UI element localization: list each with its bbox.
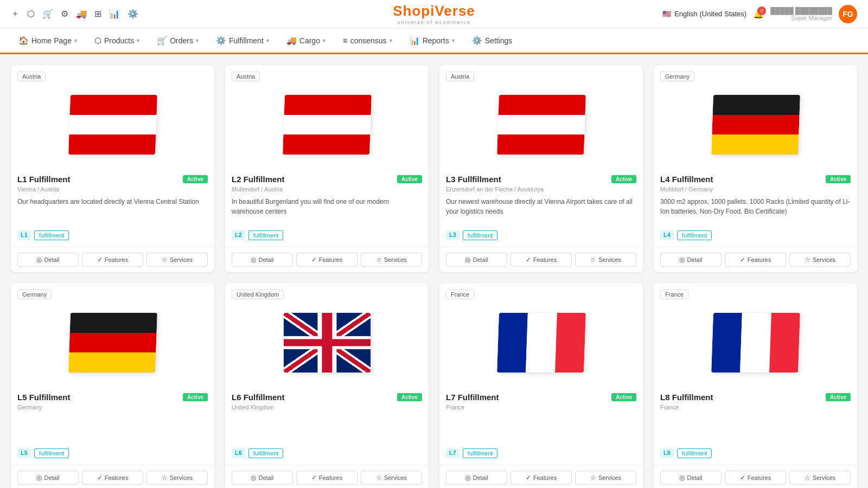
products-icon: ⬡ [94,36,101,46]
nav-home[interactable]: 🏠 Home Page ▾ [11,31,85,50]
chart-icon[interactable]: 📊 [109,9,120,19]
nav-reports-label: Reports [423,36,449,45]
card-description: In beautiful Burgenland you will find on… [232,197,422,225]
btn-label: Services [170,256,193,263]
btn-features[interactable]: ✓ Features [725,471,786,485]
card-description: 3000 m2 approx, 1000 pallets, 1000 Racks… [660,197,851,225]
features-icon: ✓ [740,474,745,481]
features-icon: ✓ [526,474,531,481]
nav-cargo[interactable]: 🚚 Cargo ▾ [279,31,333,50]
main-nav: 🏠 Home Page ▾ ⬡ Products ▾ 🛒 Orders ▾ ⚙️… [0,28,868,54]
nav-settings[interactable]: ⚙️ Settings [464,31,520,50]
btn-services[interactable]: ☆ Services [789,253,851,267]
btn-detail[interactable]: ◎ Detail [232,253,293,267]
card-title-row: L3 Fullfillment Active [446,175,636,184]
tag-level: L7 [446,448,459,458]
nav-reports[interactable]: 📊 Reports ▾ [402,31,462,50]
card-title: L7 Fulfillment [446,393,499,402]
btn-services[interactable]: ☆ Services [575,471,636,485]
add-icon[interactable]: ＋ [11,8,20,20]
btn-detail[interactable]: ◎ Detail [660,471,722,485]
services-icon: ☆ [162,474,168,481]
card-location: Vienna / Austria [17,186,208,192]
main-content: Austria L1 Fulfillment Active Vienna / A… [0,54,868,488]
btn-label: Features [319,474,342,481]
btn-label: Detail [44,256,59,263]
user-name: █████ ████████ [770,7,832,15]
btn-features[interactable]: ✓ Features [510,471,572,485]
avatar[interactable]: FG [839,5,857,23]
btn-label: Features [319,256,342,263]
btn-features[interactable]: ✓ Features [82,471,143,485]
btn-features[interactable]: ✓ Features [82,253,143,267]
btn-detail[interactable]: ◎ Detail [446,471,507,485]
features-icon: ✓ [311,474,317,481]
btn-detail[interactable]: ◎ Detail [232,471,293,485]
fulfillment-card: France L7 Fulfillment Active France L7fu… [439,283,643,488]
btn-detail[interactable]: ◎ Detail [17,471,79,485]
nav-products[interactable]: ⬡ Products ▾ [87,31,147,50]
card-title: L4 Fulfillment [660,175,713,184]
flag-display [439,81,643,168]
nav-orders[interactable]: 🛒 Orders ▾ [149,31,206,50]
btn-features[interactable]: ✓ Features [725,253,786,267]
card-body: L8 Fulfillment Active France L8fulfillme… [654,386,857,465]
grid-icon[interactable]: ⊞ [94,9,101,19]
reports-icon: 📊 [410,36,420,46]
chevron-down-icon: ▾ [323,37,326,43]
btn-detail[interactable]: ◎ Detail [17,253,79,267]
btn-features[interactable]: ✓ Features [510,253,572,267]
card-actions: ◎ Detail ✓ Features ☆ Services [654,465,857,488]
card-body: L7 Fulfillment Active France L7fulfillme… [439,386,643,465]
card-actions: ◎ Detail ✓ Features ☆ Services [11,465,214,488]
chevron-down-icon: ▾ [390,37,392,43]
btn-services[interactable]: ☆ Services [789,471,851,485]
btn-detail[interactable]: ◎ Detail [446,253,507,267]
nav-consensus-label: consensus [350,36,387,45]
language-selector[interactable]: 🇺🇸 English (United States) [662,10,746,18]
home-icon: 🏠 [18,36,29,46]
gear-icon[interactable]: ⚙️ [127,9,138,19]
btn-label: Features [748,474,771,481]
nav-fulfillment-label: Fulfillment [229,36,264,45]
card-title: L1 Fulfillment [17,175,71,184]
orders-icon: 🛒 [157,36,167,46]
card-actions: ◎ Detail ✓ Features ☆ Services [439,465,643,488]
settings-circle-icon[interactable]: ⚙ [61,9,68,19]
btn-services[interactable]: ☆ Services [146,471,208,485]
cart-icon[interactable]: 🛒 [42,9,53,19]
card-description [232,415,422,443]
status-badge: Active [611,393,636,401]
btn-label: Detail [44,474,59,481]
card-title-row: L4 Fulfillment Active [660,175,851,184]
tag-service: fulfillment [677,448,712,458]
btn-detail[interactable]: ◎ Detail [660,253,722,267]
btn-services[interactable]: ☆ Services [361,471,422,485]
btn-services[interactable]: ☆ Services [361,253,422,267]
services-icon: ☆ [590,474,596,481]
services-icon: ☆ [805,256,810,264]
card-description: Our newest warehouse directly at Vienna … [446,197,636,225]
btn-label: Detail [687,256,702,263]
btn-features[interactable]: ✓ Features [296,471,358,485]
fulfillment-card: Germany L4 Fulfillment Active Muhldorf /… [654,65,857,272]
tag-level: L1 [17,230,31,240]
nav-consensus[interactable]: ≡ consensus ▾ [335,31,400,49]
btn-services[interactable]: ☆ Services [575,253,636,267]
status-badge: Active [183,175,208,183]
cube-icon[interactable]: ⬡ [27,9,35,19]
card-body: L6 Fulfillment Active United Kingdom L6f… [225,386,429,465]
btn-label: Features [105,256,128,263]
nav-cargo-label: Cargo [299,36,320,45]
features-icon: ✓ [740,256,745,264]
btn-features[interactable]: ✓ Features [296,253,358,267]
btn-services[interactable]: ☆ Services [146,253,208,267]
notification-badge: 0 [757,7,766,15]
features-icon: ✓ [526,256,531,264]
truck-icon[interactable]: 🚚 [76,9,87,19]
nav-fulfillment[interactable]: ⚙️ Fulfillment ▾ [208,31,277,50]
flag-display [654,299,857,386]
btn-label: Detail [258,474,273,481]
detail-icon: ◎ [679,256,685,264]
notification-button[interactable]: 🔔 0 [753,9,764,19]
